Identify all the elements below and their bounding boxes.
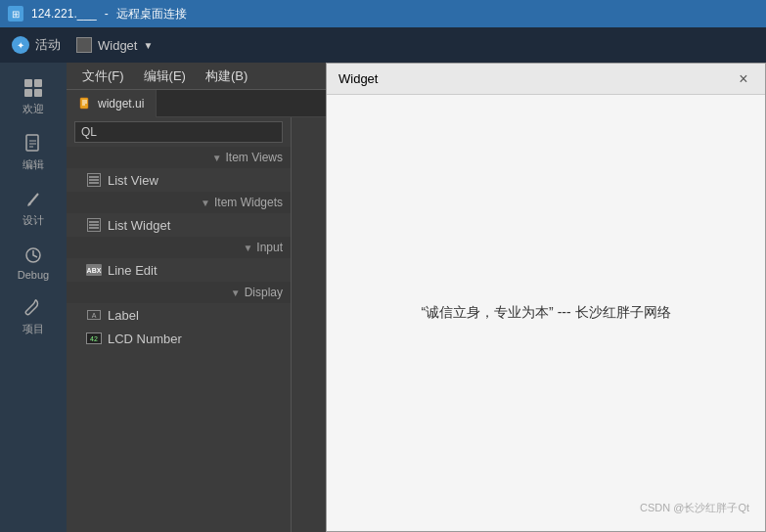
grid-icon — [22, 76, 45, 100]
tree-category-label-item-views: Item Views — [226, 151, 283, 164]
tree-category-label-input: Input — [256, 241, 283, 254]
tree-item-label-label: Label — [108, 308, 139, 323]
activity-active-label: 活动 — [35, 36, 61, 54]
tree-item-label[interactable]: A Label — [67, 303, 291, 327]
tree-category-item-views[interactable]: ▼ Item Views — [67, 147, 291, 168]
toolbar-label-design: 设计 — [23, 213, 44, 228]
widget-icon — [76, 37, 92, 53]
wrench-icon — [22, 296, 45, 320]
title-bar-separator: - — [105, 7, 109, 21]
tree-item-label-line-edit: Line Edit — [108, 263, 158, 278]
lcd-icon: 42 — [86, 331, 102, 346]
toolbar-item-project[interactable]: 项目 — [4, 290, 63, 342]
label-widget-icon: A — [86, 307, 102, 323]
tree-item-line-edit[interactable]: ABX Line Edit — [67, 258, 291, 282]
title-bar: ⊞ 124.221.___ - 远程桌面连接 — [0, 0, 766, 27]
tree-arrow-display: ▼ — [231, 288, 241, 298]
tab-filename: widget.ui — [98, 97, 144, 111]
widget-panel: ▼ Item Views List View ▼ Item Widgets Li… — [67, 117, 292, 532]
svg-rect-0 — [26, 135, 38, 151]
file-icon — [78, 97, 92, 111]
pencil-icon — [22, 188, 45, 211]
activity-widget[interactable]: Widget ▼ — [76, 37, 153, 53]
dialog-close-button[interactable]: × — [734, 69, 753, 89]
title-bar-title: 远程桌面连接 — [116, 6, 187, 22]
doc-icon — [22, 132, 45, 155]
abx-icon: ABX — [86, 262, 102, 278]
dialog-watermark: CSDN @长沙红胖子Qt — [640, 501, 749, 515]
tree-item-label-lcd-number: LCD Number — [108, 332, 182, 346]
toolbar-label-debug: Debug — [18, 269, 49, 281]
menu-build[interactable]: 构建(B) — [198, 65, 255, 88]
toolbar-label-edit: 编辑 — [23, 157, 44, 172]
tree-category-input[interactable]: ▼ Input — [67, 237, 291, 258]
dialog-quote: “诚信立身，专业为本” --- 长沙红胖子网络 — [421, 304, 670, 322]
dialog-title-bar: Widget × — [327, 64, 765, 95]
tree-arrow-item-widgets: ▼ — [201, 198, 210, 208]
gear-icon: ✦ — [12, 36, 29, 54]
tree-arrow-item-views: ▼ — [212, 153, 222, 163]
main-area: 欢迎 编辑 设计 — [0, 63, 766, 532]
dropdown-arrow-icon: ▼ — [143, 40, 153, 51]
tree-item-list-widget[interactable]: List Widget — [67, 213, 291, 237]
tree-search-input[interactable] — [74, 121, 283, 143]
tree-category-display[interactable]: ▼ Display — [67, 282, 291, 303]
debug-icon — [22, 244, 45, 267]
tree-item-label-list-view: List View — [108, 173, 158, 188]
menu-file[interactable]: 文件(F) — [74, 65, 132, 88]
title-bar-ip: 124.221.___ — [31, 7, 97, 21]
listwidget-icon — [86, 217, 102, 233]
left-toolbar: 欢迎 编辑 设计 — [0, 63, 67, 532]
dialog-title: Widget — [338, 71, 378, 86]
dialog-content: “诚信立身，专业为本” --- 长沙红胖子网络 CSDN @长沙红胖子Qt — [327, 95, 765, 531]
activity-active[interactable]: ✦ 活动 — [12, 36, 61, 54]
tree-item-label-list-widget: List Widget — [108, 218, 170, 233]
tree-item-lcd-number[interactable]: 42 LCD Number — [67, 327, 291, 350]
tree-category-label-item-widgets: Item Widgets — [214, 196, 283, 209]
toolbar-label-welcome: 欢迎 — [23, 102, 44, 116]
tree-item-list-view[interactable]: List View — [67, 168, 291, 192]
title-bar-icon: ⊞ — [8, 6, 23, 22]
ide-area: 文件(F) 编辑(E) 构建(B) widget.ui — [67, 63, 766, 532]
tree-category-label-display: Display — [245, 286, 283, 299]
toolbar-item-welcome[interactable]: 欢迎 — [4, 70, 63, 122]
activity-widget-label: Widget — [98, 38, 137, 53]
search-row — [67, 117, 291, 147]
activity-bar: ✦ 活动 Widget ▼ — [0, 27, 766, 63]
toolbar-item-edit[interactable]: 编辑 — [4, 126, 63, 178]
listview-icon — [86, 172, 102, 188]
toolbar-item-design[interactable]: 设计 — [4, 182, 63, 234]
tree-arrow-input: ▼ — [243, 243, 252, 253]
menu-edit[interactable]: 编辑(E) — [136, 65, 194, 88]
toolbar-item-debug[interactable]: Debug — [4, 238, 63, 287]
tab-widget-ui[interactable]: widget.ui — [67, 90, 157, 117]
toolbar-label-project: 项目 — [23, 322, 44, 336]
tree-category-item-widgets[interactable]: ▼ Item Widgets — [67, 192, 291, 213]
widget-dialog: Widget × “诚信立身，专业为本” --- 长沙红胖子网络 CSDN @长… — [326, 63, 766, 532]
